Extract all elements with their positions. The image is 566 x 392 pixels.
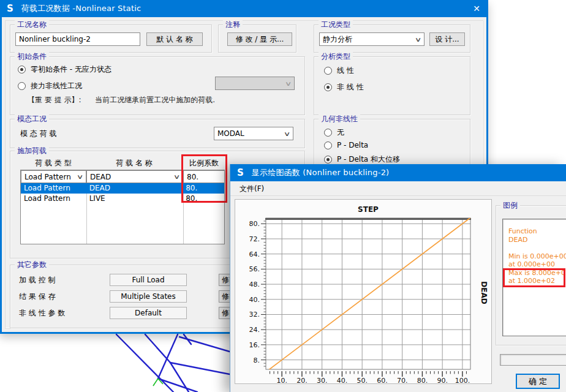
table-cell: Load Pattern (21, 183, 86, 194)
param-label: 结 果 保 存 (19, 290, 55, 303)
legend-line: at 1.000e+02 (508, 277, 566, 285)
group-legend: 图例 FunctionDEAD Min is 0.000e+00at 0.000… (496, 205, 566, 345)
radio-icon (324, 156, 332, 164)
group-legend-label: 图例 (500, 200, 520, 211)
svg-text:STEP: STEP (358, 205, 379, 214)
radio-label: 零初始条件 - 无应力状态 (31, 64, 111, 75)
group-notes: 注释 修 改 / 显 示... (218, 24, 296, 53)
svg-text:20.: 20. (296, 377, 308, 383)
case-name-input[interactable]: Nonliner buckling-2 (15, 32, 140, 46)
radio-nonlinear[interactable]: 非 线 性 (324, 82, 364, 92)
svg-text:64.: 64. (249, 251, 260, 258)
svg-text:8.: 8. (254, 356, 260, 364)
status-readout-bar (500, 354, 566, 366)
radio-none[interactable]: 无 (324, 127, 344, 138)
group-case-type-label: 工况类型 (319, 20, 353, 30)
edit-load-name-select[interactable]: DEAD ∨ (86, 170, 183, 183)
edit-load-name-value: DEAD (90, 173, 111, 181)
svg-text:32.: 32. (249, 311, 260, 318)
svg-text:90.: 90. (437, 377, 448, 383)
radio-p-delta-large-disp[interactable]: P - Delta 和大位移 (324, 154, 400, 165)
col-header-load-type: 荷 载 类 型 (25, 158, 81, 168)
edit-scale-factor-input[interactable]: 80. (183, 170, 225, 183)
group-case-type: 工况类型 静力分析 ∨ 设 计... (314, 24, 470, 53)
legend-listbox[interactable]: FunctionDEAD Min is 0.000e+00at 0.000e+0… (502, 219, 566, 336)
svg-text:70.: 70. (397, 377, 408, 383)
radio-label: 非 线 性 (337, 82, 364, 92)
param-value-box[interactable]: Multiple States (110, 290, 187, 303)
chevron-down-icon: ∨ (283, 130, 290, 137)
radio-continue-nonlinear[interactable]: 接力非线性工况 (18, 81, 82, 91)
svg-text:80.: 80. (417, 377, 428, 383)
close-icon[interactable]: ✕ (469, 1, 485, 16)
group-initial-conditions-label: 初始条件 (15, 51, 49, 62)
col-header-scale-factor: 比例系数 (183, 158, 225, 168)
edit-load-type-select[interactable]: Load Pattern ∨ (21, 170, 86, 183)
modal-case-select[interactable]: MODAL ∨ (214, 127, 293, 140)
dialog1-title: 荷载工况数据 -Nonlinear Static (21, 3, 142, 14)
dialog2-titlebar[interactable]: S 显示绘图函数 (Nonliner buckling-2) (230, 164, 566, 181)
legend-line: at 0.000e+00 (508, 260, 566, 269)
app-logo-icon: S (7, 3, 13, 14)
group-modal-case: 模态工况 模 态 荷 载 MODAL ∨ (10, 119, 305, 148)
dialog2-menubar: 文件(F) (230, 181, 566, 196)
table-row[interactable]: Load PatternDEAD80. (21, 183, 224, 194)
previous-case-select: ∨ (215, 77, 295, 90)
chart-panel: STEP8.16.24.32.40.48.56.64.72.80.10.20.3… (235, 199, 492, 384)
radio-label: P - Delta 和大位移 (337, 154, 400, 165)
design-button[interactable]: 设 计... (429, 32, 465, 46)
legend-line: DEAD (508, 236, 566, 244)
wireframe-svg (0, 334, 230, 392)
radio-zero-initial[interactable]: 零初始条件 - 无应力状态 (18, 64, 111, 75)
radio-icon (324, 67, 332, 75)
chevron-down-icon: ∨ (284, 80, 292, 87)
radio-label: 接力非线性工况 (31, 81, 82, 91)
svg-text:60.: 60. (377, 377, 388, 383)
table-row[interactable]: Load PatternLIVE80. (21, 194, 224, 204)
param-value-box[interactable]: Default (110, 307, 187, 319)
group-geometric-nonlinearity-label: 几何非线性 (319, 114, 360, 124)
step-chart: STEP8.16.24.32.40.48.56.64.72.80.10.20.3… (235, 200, 491, 383)
svg-text:10.: 10. (276, 377, 287, 383)
param-label: 加 载 控 制 (19, 274, 55, 286)
svg-text:80.: 80. (249, 220, 260, 228)
app-logo-icon: S (237, 167, 244, 178)
legend-line: Min is 0.000e+00 (508, 252, 566, 261)
chevron-down-icon: ∨ (414, 36, 421, 43)
svg-text:100.: 100. (455, 377, 470, 383)
case-type-select[interactable]: 静力分析 ∨ (319, 32, 424, 46)
default-name-button[interactable]: 默 认 名 称 (146, 32, 203, 46)
svg-text:24.: 24. (249, 326, 260, 334)
group-loads-applied-label: 施加荷载 (15, 146, 49, 156)
svg-text:16.: 16. (249, 341, 260, 349)
modal-case-selected: MODAL (217, 129, 244, 138)
radio-label: 线 性 (337, 66, 354, 76)
notes-modify-show-button[interactable]: 修 改 / 显 示... (227, 32, 292, 46)
loads-table[interactable]: Load Pattern ∨ DEAD ∨ 80. Load PatternDE… (20, 170, 225, 244)
radio-icon (324, 83, 332, 91)
dialog1-titlebar[interactable]: S 荷载工况数据 -Nonlinear Static ✕ (0, 0, 488, 17)
group-analysis-type-label: 分析类型 (319, 51, 353, 62)
group-analysis-type: 分析类型 线 性 非 线 性 (314, 56, 470, 115)
chevron-down-icon: ∨ (173, 173, 180, 180)
param-value-box[interactable]: Full Load (110, 274, 187, 286)
display-plot-functions-dialog: S 显示绘图函数 (Nonliner buckling-2) 文件(F) STE… (230, 164, 566, 392)
svg-text:48.: 48. (249, 281, 260, 288)
table-cell: LIVE (86, 194, 183, 204)
group-notes-label: 注释 (223, 20, 243, 30)
radio-label: P - Delta (337, 141, 368, 149)
group-other-params-label: 其它参数 (15, 260, 49, 270)
menu-file[interactable]: 文件(F) (235, 183, 268, 195)
radio-icon (18, 82, 26, 90)
radio-icon (324, 129, 332, 137)
radio-p-delta[interactable]: P - Delta (324, 141, 368, 149)
ok-button[interactable]: 确 定 (516, 374, 560, 389)
radio-linear[interactable]: 线 性 (324, 66, 354, 76)
case-type-selected: 静力分析 (323, 34, 352, 45)
group-modal-case-label: 模态工况 (15, 114, 49, 124)
chevron-down-icon: ∨ (76, 173, 83, 180)
col-header-load-name: 荷 载 名 称 (106, 158, 162, 168)
important-hint-text: 【重 要 提 示】: 当前工况继承前置工况中施加的荷载. (28, 95, 215, 105)
svg-text:50.: 50. (357, 377, 368, 383)
svg-text:72.: 72. (249, 235, 260, 243)
